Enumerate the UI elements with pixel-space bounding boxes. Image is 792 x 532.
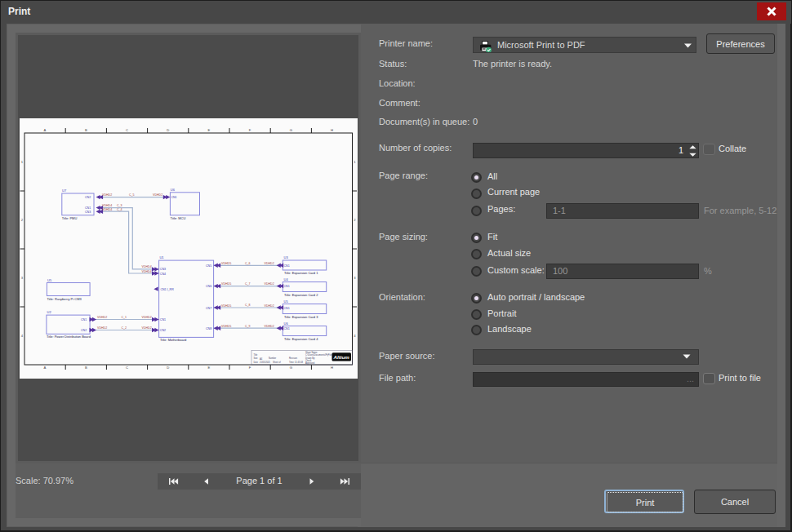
svg-text:Revision: Revision [289, 357, 298, 360]
svg-text:C: C [125, 366, 127, 370]
svg-text:C_5: C_5 [129, 193, 135, 197]
svg-text:3: 3 [354, 276, 356, 280]
svg-text:Altium: Altium [332, 354, 349, 360]
svg-text:Title: Power Distribution Boar: Title: Power Distribution Board [47, 335, 91, 339]
svg-text:U3: U3 [283, 255, 288, 259]
svg-text:CN4: CN4 [159, 273, 165, 276]
svg-text:2: 2 [20, 218, 23, 222]
svg-text:CN2: CN2 [85, 196, 91, 199]
svg-text:U5: U5 [283, 299, 288, 304]
svg-text:VDHD2: VDHD2 [97, 326, 107, 330]
svg-text:VDHD5: VDHD5 [221, 282, 231, 286]
svg-text:U6: U6 [170, 188, 175, 192]
svg-text:Title: Expansion Card 1: Title: Expansion Card 1 [284, 271, 318, 275]
svg-text:VDHD2: VDHD2 [264, 304, 274, 308]
svg-text:U1: U1 [159, 255, 164, 259]
svg-text:VDHD2: VDHD2 [141, 316, 151, 319]
svg-text:VDHD2: VDHD2 [264, 325, 274, 328]
svg-text:F: F [248, 366, 251, 370]
svg-text:C_8: C_8 [245, 304, 251, 307]
svg-text:G: G [289, 128, 291, 132]
svg-text:Title: Expansion Card 3: Title: Expansion Card 3 [284, 315, 318, 319]
svg-text:CN8: CN8 [206, 327, 211, 330]
svg-text:C_3: C_3 [117, 204, 122, 207]
svg-text:CN1 I_RR: CN1 I_RR [160, 288, 174, 291]
svg-text:C:\Users\Documents\PrjPcb: C:\Users\Documents\PrjPcb [305, 353, 332, 357]
svg-text:CN1: CN1 [283, 285, 289, 288]
svg-text:A: A [43, 366, 46, 370]
svg-text:A: A [43, 128, 46, 132]
svg-text:VDHD2: VDHD2 [141, 326, 151, 330]
svg-text:E: E [207, 366, 210, 370]
svg-text:Date: Date [253, 361, 258, 364]
svg-text:D: D [167, 128, 169, 132]
svg-text:VDHD5: VDHD5 [221, 304, 231, 308]
svg-text:Size: Size [253, 357, 258, 360]
svg-text:VDHD4: VDHD4 [141, 265, 151, 268]
svg-text:H: H [330, 366, 332, 370]
svg-text:Time: 11:45:03: Time: 11:45:03 [289, 361, 304, 364]
svg-text:D: D [167, 366, 169, 370]
svg-text:VDHD2: VDHD2 [264, 262, 274, 265]
svg-text:Number: Number [269, 357, 276, 360]
svg-text:B: B [84, 366, 87, 370]
svg-text:CN1: CN1 [81, 318, 87, 321]
svg-text:U4: U4 [283, 277, 288, 282]
svg-text:3: 3 [20, 276, 23, 280]
svg-text:1: 1 [354, 160, 356, 164]
svg-text:A4: A4 [260, 357, 263, 361]
svg-text:CN1: CN1 [283, 307, 289, 310]
svg-text:Title: Expansion Card 2: Title: Expansion Card 2 [284, 293, 318, 297]
svg-text:21/05/2021: 21/05/2021 [260, 361, 271, 364]
svg-text:CN2: CN2 [81, 329, 87, 332]
svg-text:E: E [207, 128, 210, 132]
svg-text:U6: U6 [283, 321, 288, 326]
svg-text:VDHD2: VDHD2 [97, 316, 107, 319]
svg-text:VDHD2: VDHD2 [102, 193, 112, 197]
svg-text:U2: U2 [47, 310, 51, 314]
svg-text:CN1: CN1 [171, 196, 176, 199]
svg-text:VDHD5: VDHD5 [221, 325, 231, 328]
svg-text:CN2: CN2 [159, 329, 165, 332]
svg-text:CN3: CN3 [85, 211, 91, 214]
svg-text:CN5: CN5 [206, 264, 211, 268]
svg-text:F: F [248, 128, 251, 132]
svg-text:H: H [330, 128, 332, 132]
svg-text:C_6: C_6 [245, 262, 251, 265]
svg-text:C_9: C_9 [245, 325, 251, 328]
svg-text:CN7: CN7 [206, 307, 211, 310]
svg-text:C_4: C_4 [117, 208, 122, 211]
svg-text:CN1: CN1 [85, 206, 91, 210]
svg-text:Approved: Approved [305, 361, 315, 365]
svg-text:CN3: CN3 [159, 268, 165, 271]
svg-text:VDHD2: VDHD2 [153, 193, 162, 197]
svg-text:CN1: CN1 [159, 318, 165, 321]
svg-text:VDHD4: VDHD4 [102, 204, 112, 207]
svg-text:C: C [125, 128, 127, 132]
svg-text:U5: U5 [47, 278, 52, 282]
svg-text:CN6: CN6 [206, 285, 211, 288]
svg-text:Title: MCU: Title: MCU [170, 216, 185, 220]
svg-text:Title: Expansion Card 4: Title: Expansion Card 4 [284, 337, 318, 341]
svg-text:4: 4 [354, 334, 356, 338]
svg-text:2: 2 [354, 218, 356, 222]
svg-text:Sheet of: Sheet of [273, 361, 281, 364]
svg-text:U7: U7 [62, 188, 67, 193]
svg-text:1: 1 [20, 160, 23, 164]
svg-text:G: G [289, 366, 291, 370]
svg-text:C_2: C_2 [121, 326, 127, 330]
svg-text:CN1: CN1 [283, 327, 289, 330]
svg-text:VDHD2: VDHD2 [264, 282, 274, 286]
svg-text:Title: Raspberry Pi CM3: Title: Raspberry Pi CM3 [47, 297, 82, 301]
svg-text:VDHD4: VDHD4 [102, 208, 112, 211]
svg-text:VDHD5: VDHD5 [221, 262, 231, 265]
svg-text:B: B [84, 128, 87, 132]
svg-text:Title: PMU: Title: PMU [61, 216, 77, 220]
svg-text:Title: Title [253, 353, 257, 357]
svg-text:Title: Motherboard: Title: Motherboard [160, 338, 186, 342]
svg-text:C_1: C_1 [121, 316, 127, 319]
svg-text:VDHD4: VDHD4 [141, 270, 151, 273]
svg-text:CN1: CN1 [283, 264, 289, 268]
svg-text:4: 4 [20, 334, 23, 338]
svg-text:C_7: C_7 [245, 282, 251, 286]
